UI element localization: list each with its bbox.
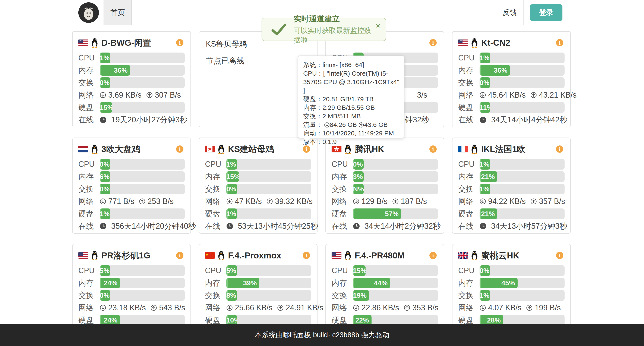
swap-label: 交换 <box>78 78 100 88</box>
swap-bar: 1% <box>480 290 564 301</box>
info-icon[interactable]: i <box>176 39 184 46</box>
nav-tab-home[interactable]: 首页 <box>104 0 132 25</box>
realtime-toast: 实时通道建立 可以实时获取最新监控数据啦 × <box>262 18 386 41</box>
cpu-row: CPU1% <box>205 159 311 170</box>
card-header: Kt-CN2i <box>458 36 564 50</box>
info-icon[interactable]: i <box>556 146 563 153</box>
nav-item-feedback[interactable]: 反馈 <box>496 0 524 25</box>
swap-bar: 0% <box>100 290 185 301</box>
net-down-icon <box>226 304 233 311</box>
cpu-row: CPU0% <box>332 159 438 170</box>
server-info-tooltip: 系统：linux- [x86_64]CPU：[ "Intel(R) Core(T… <box>298 56 404 138</box>
uptime-row: 在线 19天20小时27分钟3秒 <box>78 114 185 125</box>
cpu-label: CPU <box>205 266 226 275</box>
uptime-clock-icon <box>353 223 360 230</box>
info-icon[interactable]: i <box>430 146 437 153</box>
cpu-bar-fill: 1% <box>480 52 490 63</box>
mem-row: 内存44% <box>332 278 438 288</box>
mem-label: 内存 <box>78 172 100 182</box>
network-row: 网络 771 B/s 253 B/s <box>78 196 185 207</box>
swap-label: 交换 <box>458 78 480 88</box>
cpu-bar: 5% <box>100 265 185 276</box>
network-speed: 129 B/s 187 B/s <box>353 197 438 206</box>
info-icon[interactable]: i <box>303 252 310 259</box>
mem-label: 内存 <box>458 65 480 76</box>
server-name: Kt-CN2 <box>481 38 510 48</box>
mem-row: 内存45% <box>458 278 564 288</box>
disk-bar: 11% <box>480 102 564 113</box>
offline-status-text: 节点已离线 <box>206 56 311 66</box>
uptime-label: 在线 <box>205 221 226 232</box>
mem-label: 内存 <box>332 278 353 288</box>
cpu-row: CPU5% <box>205 265 311 276</box>
site-logo-avatar[interactable] <box>78 2 99 23</box>
info-icon[interactable]: i <box>303 146 310 153</box>
net-down-icon <box>100 304 106 311</box>
uptime-clock-icon <box>226 223 233 230</box>
country-flag-icon-us <box>332 252 342 259</box>
info-icon[interactable]: i <box>430 39 437 46</box>
disk-bar-fill: 21% <box>480 208 497 219</box>
disk-label: 硬盘 <box>78 102 100 113</box>
country-flag-icon-us <box>78 40 88 46</box>
footer-panel-link[interactable]: 哪吒面板 build <box>283 330 328 340</box>
server-card: Kt-CN2iCPU1%内存36%交换0%网络 45.64 KB/s 43.21… <box>452 31 571 127</box>
card-header: IKL法国1欧i <box>458 142 564 156</box>
mem-bar: 24% <box>100 278 185 288</box>
disk-row: 硬盘15% <box>78 102 185 113</box>
cpu-row: CPU0% <box>78 159 185 170</box>
swap-bar-fill: 19% <box>353 290 369 301</box>
cpu-bar-fill: 5% <box>100 265 110 276</box>
info-icon[interactable]: i <box>556 252 563 259</box>
swap-label: 交换 <box>205 184 226 194</box>
info-icon[interactable]: i <box>556 39 563 46</box>
swap-bar: 0% <box>480 77 564 88</box>
mem-label: 内存 <box>78 65 100 76</box>
swap-row: 交换0% <box>205 184 311 194</box>
uptime-label: 在线 <box>458 115 480 125</box>
info-icon[interactable]: i <box>176 252 184 259</box>
mem-bar-fill: 3% <box>353 171 364 182</box>
disk-label: 硬盘 <box>332 209 353 219</box>
net-down-icon <box>226 198 233 204</box>
tooltip-row: 系统：linux- [x86_64] <box>303 61 400 69</box>
server-name: D-BWG-闲置 <box>102 37 151 49</box>
network-label: 网络 <box>458 90 480 100</box>
net-up-icon <box>526 304 532 311</box>
cpu-label: CPU <box>332 160 353 169</box>
network-label: 网络 <box>78 196 100 207</box>
swap-bar-fill: N% <box>353 184 364 194</box>
tooltip-row: 交换：2 MB/511 MB <box>303 112 400 120</box>
cpu-label: CPU <box>458 54 480 62</box>
toast-close-icon[interactable]: × <box>376 22 380 30</box>
tooltip-row: 内存：2.29 GB/15.55 GB <box>303 103 400 112</box>
mem-row: 内存36% <box>458 65 564 76</box>
cpu-label: CPU <box>205 160 226 169</box>
cpu-label: CPU <box>458 160 480 169</box>
swap-row: 交换1% <box>458 184 564 194</box>
uptime-row: 在线 53天13小时45分钟25秒 <box>205 221 311 232</box>
country-flag-icon-cn <box>205 252 215 259</box>
cpu-row: CPU5% <box>78 265 185 276</box>
mem-bar-fill: 44% <box>353 278 390 288</box>
swap-bar: 1% <box>480 184 564 194</box>
login-button[interactable]: 登录 <box>530 4 562 21</box>
swap-bar: 0% <box>100 184 185 194</box>
info-icon[interactable]: i <box>176 146 184 153</box>
mem-row: 内存3% <box>332 171 438 182</box>
info-icon[interactable]: i <box>430 252 437 259</box>
net-up-icon <box>404 304 410 311</box>
uptime-clock-icon <box>480 116 486 123</box>
cpu-bar: 0% <box>353 159 438 170</box>
disk-row: 硬盘1% <box>78 208 185 219</box>
mem-bar-fill: 24% <box>100 278 120 288</box>
success-check-icon <box>272 24 286 36</box>
cpu-row: CPU1% <box>458 52 564 63</box>
network-speed: 25.66 KB/s 24.91 KB/s <box>226 303 323 312</box>
tooltip-row: 启动：10/14/2020, 11:49:29 PM <box>303 129 400 138</box>
cpu-bar: 1% <box>226 159 311 170</box>
country-flag-icon-fr <box>458 146 468 152</box>
network-row: 网络 45.64 KB/s 43.21 KB/s <box>458 90 564 100</box>
net-down-icon <box>480 198 486 204</box>
cpu-bar-fill: 1% <box>100 52 110 63</box>
